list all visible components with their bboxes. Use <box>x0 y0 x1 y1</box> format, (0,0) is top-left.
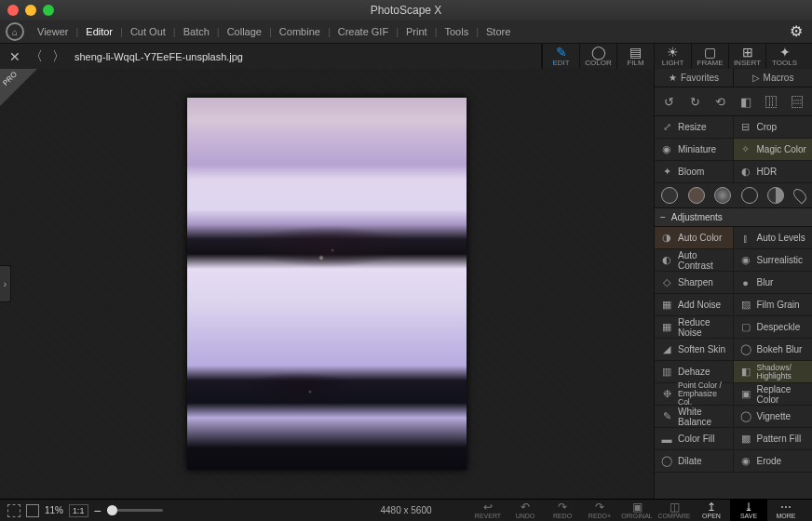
minimize-window-button[interactable] <box>25 5 36 16</box>
next-file-button[interactable]: 〉 <box>52 48 65 65</box>
adjust-pattern[interactable]: ▩Pattern Fill <box>734 428 813 450</box>
window-controls <box>7 5 54 16</box>
titlebar: PhotoScape X <box>0 0 812 20</box>
file-toolbar: ✕ 〈 〉 sheng-li-WqqL-Y7EeFE-unsplash.jpg … <box>0 43 812 69</box>
tool-magic-color[interactable]: ✧Magic Color <box>734 139 813 161</box>
tool-crop[interactable]: ⊟Crop <box>734 116 813 139</box>
adjust-point[interactable]: ❉Point Color /Emphasize Col. <box>655 383 734 406</box>
menu-tools[interactable]: Tools <box>437 26 476 37</box>
mode-tab-light[interactable]: ☀LIGHT <box>654 44 691 70</box>
menu-create-gif[interactable]: Create GIF <box>331 26 396 37</box>
film-icon: ▤ <box>629 46 642 59</box>
adjust-erode[interactable]: ◉Erode <box>734 450 813 473</box>
adjust-soften[interactable]: ◢Soften Skin <box>655 339 734 361</box>
side-drawer-toggle[interactable]: › <box>0 265 11 302</box>
tool-miniature[interactable]: ◉Miniature <box>655 139 734 161</box>
filename-label: sheng-li-WqqL-Y7EeFE-unsplash.jpg <box>74 51 243 62</box>
play-icon: ▷ <box>752 73 760 83</box>
revert-button: ↩REVERT <box>469 500 507 522</box>
save-button[interactable]: ⤓SAVE <box>730 500 767 522</box>
image-preview[interactable] <box>187 98 467 470</box>
mode-tab-color[interactable]: ◯COLOR <box>579 44 616 70</box>
menu-collage[interactable]: Collage <box>220 26 269 37</box>
adjust-bokeh[interactable]: ◯Bokeh Blur <box>734 339 813 361</box>
more-button[interactable]: ⋯MORE <box>767 500 805 522</box>
zoom-1to1-button[interactable]: 1:1 <box>69 504 88 517</box>
mode-tab-tools[interactable]: ✦TOOLS <box>765 44 803 70</box>
transform-button[interactable]: ⿳ <box>787 91 807 112</box>
zoom-percent[interactable]: 11% <box>45 505 63 515</box>
original-button: ▣ORIGINAL <box>618 500 656 522</box>
tone-preset[interactable] <box>767 187 784 204</box>
mode-tabs: ✎EDIT◯COLOR▤FILM☀LIGHT▢FRAME⊞INSERT✦TOOL… <box>541 44 803 70</box>
mode-tab-film[interactable]: ▤FILM <box>616 44 654 70</box>
zoom-slider[interactable] <box>107 509 163 512</box>
adjust-add[interactable]: ▦Add Noise <box>655 294 734 316</box>
fullscreen-window-button[interactable] <box>43 5 54 16</box>
tool-hdr[interactable]: ◐HDR <box>734 161 813 183</box>
menu-store[interactable]: Store <box>479 26 518 37</box>
adjust-shadows[interactable]: ◧Shadows/Highlights <box>734 361 813 383</box>
quick-tools-grid: ⤢Resize⊟Crop◉Miniature✧Magic Color✦Bloom… <box>655 116 812 183</box>
adjustments-header[interactable]: −Adjustments <box>655 208 812 227</box>
undo-button: ↶UNDO <box>507 500 544 522</box>
transform-button[interactable]: ⿲ <box>762 91 782 112</box>
macros-tab[interactable]: ▷Macros <box>734 69 812 87</box>
close-window-button[interactable] <box>7 5 19 16</box>
menu-viewer[interactable]: Viewer <box>30 26 75 37</box>
tone-preset[interactable] <box>714 187 731 204</box>
fit-icon[interactable] <box>26 504 39 517</box>
menu-editor[interactable]: Editor <box>78 26 120 37</box>
open-button[interactable]: ↥OPEN <box>693 500 730 522</box>
adjust-color[interactable]: ▬Color Fill <box>655 428 734 450</box>
menu-combine[interactable]: Combine <box>272 26 328 37</box>
adjust-auto[interactable]: ⫿Auto Levels <box>734 227 813 249</box>
menu-cut-out[interactable]: Cut Out <box>123 26 173 37</box>
menu-batch[interactable]: Batch <box>176 26 217 37</box>
adjust-surrealistic[interactable]: ◉Surrealistic <box>734 249 813 272</box>
tool-resize[interactable]: ⤢Resize <box>655 116 734 139</box>
crop-grid-icon[interactable] <box>7 504 20 517</box>
edit-side-panel: ★Favorites ▷Macros ↺↻⟲◧⿲⿳ ⤢Resize⊟Crop◉M… <box>654 69 812 499</box>
main-menubar: ⌂ Viewer|Editor|Cut Out|Batch|Collage|Co… <box>0 20 812 43</box>
adjust-white[interactable]: ✎White Balance <box>655 406 734 428</box>
close-file-button[interactable]: ✕ <box>9 49 20 64</box>
pro-badge: PRO <box>0 69 37 106</box>
frame-icon: ▢ <box>704 46 716 59</box>
adjust-auto[interactable]: ◑Auto Color <box>655 227 734 249</box>
mode-tab-insert[interactable]: ⊞INSERT <box>728 44 765 70</box>
adjust-replace[interactable]: ▣Replace Color <box>734 383 813 406</box>
menu-print[interactable]: Print <box>399 26 435 37</box>
tone-preset[interactable] <box>661 187 678 204</box>
mode-tab-edit[interactable]: ✎EDIT <box>542 44 579 70</box>
adjust-dilate[interactable]: ◯Dilate <box>655 450 734 473</box>
transform-button[interactable]: ⟲ <box>710 91 731 112</box>
canvas-area[interactable]: PRO › <box>0 69 654 499</box>
edit-icon: ✎ <box>556 46 567 59</box>
image-dimensions: 4480 x 5600 <box>380 505 431 515</box>
settings-gear-icon[interactable]: ⚙ <box>790 22 803 40</box>
tone-preset[interactable] <box>741 187 758 204</box>
favorites-tab[interactable]: ★Favorites <box>655 69 734 87</box>
adjust-blur[interactable]: ●Blur <box>734 272 813 294</box>
adjust-film[interactable]: ▨Film Grain <box>734 294 813 316</box>
adjust-sharpen[interactable]: ◇Sharpen <box>655 272 734 294</box>
transform-button[interactable]: ◧ <box>736 91 756 112</box>
adjust-reduce[interactable]: ▦Reduce Noise <box>655 316 734 339</box>
light-icon: ☀ <box>667 46 679 59</box>
star-icon: ★ <box>669 73 677 83</box>
adjustments-grid: ◑Auto Color⫿Auto Levels◐Auto Contrast◉Su… <box>655 227 812 473</box>
tone-preset[interactable] <box>791 186 808 204</box>
prev-file-button[interactable]: 〈 <box>30 48 43 65</box>
transform-button[interactable]: ↻ <box>684 91 705 112</box>
tone-preset[interactable] <box>688 187 705 204</box>
app-logo-icon[interactable]: ⌂ <box>6 22 24 41</box>
adjust-despeckle[interactable]: ▢Despeckle <box>734 316 813 339</box>
transform-button[interactable]: ↺ <box>659 91 680 112</box>
zoom-out-button[interactable]: − <box>94 503 102 518</box>
tool-bloom[interactable]: ✦Bloom <box>655 161 734 183</box>
mode-tab-frame[interactable]: ▢FRAME <box>691 44 728 70</box>
adjust-auto[interactable]: ◐Auto Contrast <box>655 249 734 272</box>
redo+-button: ↷REDO+ <box>581 500 618 522</box>
adjust-vignette[interactable]: ◯Vignette <box>734 406 813 428</box>
